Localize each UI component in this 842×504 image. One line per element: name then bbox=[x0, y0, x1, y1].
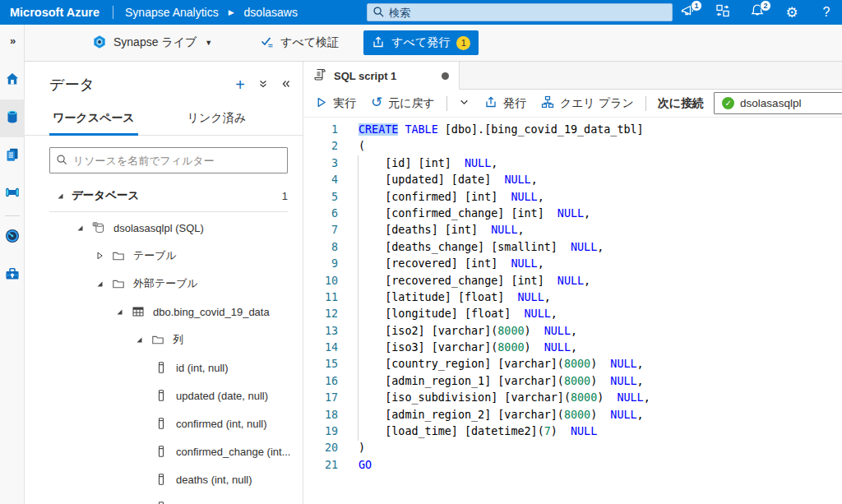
tree-item[interactable]: 列 bbox=[25, 326, 303, 354]
connection-ok-icon: ✓ bbox=[722, 97, 734, 109]
query-plan-button[interactable]: クエリ プラン bbox=[541, 95, 634, 111]
code-line[interactable]: 17 [iso_subdivision] [varchar](8000) NUL… bbox=[303, 390, 842, 406]
code-text: [iso2] [varchar](8000) NULL, bbox=[359, 323, 577, 340]
tree-item[interactable]: updated (date, null) bbox=[25, 381, 303, 409]
column-icon bbox=[155, 445, 168, 458]
tree-item[interactable]: confirmed_change (int... bbox=[25, 437, 303, 465]
caret-expanded-icon[interactable] bbox=[76, 224, 84, 232]
tree-item[interactable]: id (int, null) bbox=[25, 354, 303, 381]
databases-count: 1 bbox=[282, 190, 288, 202]
code-line[interactable]: 5 [confirmed] [int] NULL, bbox=[303, 189, 842, 206]
caret-collapsed-icon[interactable] bbox=[95, 252, 104, 260]
nav-home-button[interactable] bbox=[0, 62, 25, 99]
collapse-panel-button[interactable] bbox=[281, 77, 291, 92]
tree-item[interactable]: dsolasasqlpl (SQL) bbox=[25, 214, 303, 242]
home-icon bbox=[4, 71, 21, 90]
filter-search-icon bbox=[56, 154, 68, 169]
line-number: 1 bbox=[303, 122, 343, 138]
code-line[interactable]: 3 [id] [int] NULL, bbox=[303, 155, 842, 172]
documents-icon bbox=[4, 146, 21, 166]
tree-item-label: id (int, null) bbox=[176, 362, 229, 374]
connect-to-label: 次に接続 bbox=[658, 96, 704, 111]
code-line[interactable]: 19 [load_time] [datetime2](7) NULL bbox=[303, 423, 842, 440]
code-line[interactable]: 13 [iso2] [varchar](8000) NULL, bbox=[303, 323, 842, 340]
product-breadcrumb[interactable]: Synapse Analytics bbox=[125, 6, 219, 19]
left-nav-rail: » bbox=[0, 25, 25, 504]
code-line[interactable]: 15 [country_region] [varchar](8000) NULL… bbox=[303, 356, 842, 372]
global-search bbox=[367, 3, 673, 21]
code-line[interactable]: 18 [admin_region_2] [varchar](8000) NULL… bbox=[303, 407, 842, 423]
search-input[interactable] bbox=[367, 3, 673, 21]
editor-tab-strip: SQL script 1 bbox=[303, 62, 842, 90]
folder-icon bbox=[151, 333, 164, 346]
tree-item[interactable]: deaths (int, null) bbox=[25, 465, 303, 493]
connection-name: dsolasasqlpl bbox=[740, 97, 801, 109]
sql-script-tab[interactable]: SQL script 1 bbox=[303, 62, 460, 90]
sql-code-editor[interactable]: 1CREATE TABLE [dbo].[bing_covid_19_data_… bbox=[303, 118, 842, 504]
expand-rail-button[interactable]: » bbox=[10, 35, 14, 47]
code-line[interactable]: 2( bbox=[303, 138, 842, 155]
caret-expanded-icon[interactable] bbox=[115, 307, 123, 316]
tree-item[interactable]: 外部テーブル bbox=[25, 270, 303, 298]
resource-filter-input[interactable] bbox=[49, 147, 288, 173]
line-number: 2 bbox=[303, 138, 343, 155]
mode-selector[interactable]: Synapse ライブ ▼ bbox=[92, 35, 212, 52]
toolbar-separator bbox=[645, 96, 646, 111]
databases-section-header[interactable]: データベース 1 bbox=[25, 178, 303, 211]
help-button[interactable]: ? bbox=[817, 3, 835, 21]
tree-item[interactable]: deaths_change (smalli... bbox=[25, 493, 303, 504]
add-resource-button[interactable]: + bbox=[235, 76, 245, 93]
tab-workspace[interactable]: ワークスペース bbox=[49, 106, 138, 136]
announcements-button[interactable]: 1 bbox=[679, 3, 697, 21]
tree-item[interactable]: テーブル bbox=[25, 242, 303, 270]
nav-develop-button[interactable] bbox=[0, 137, 25, 175]
caret-expanded-icon[interactable] bbox=[135, 335, 143, 344]
run-button[interactable]: 実行 bbox=[315, 96, 356, 111]
code-line[interactable]: 6 [confirmed_change] [int] NULL, bbox=[303, 206, 842, 222]
code-text: [confirmed] [int] NULL, bbox=[359, 189, 544, 206]
code-text: [deaths_change] [smallint] NULL, bbox=[359, 239, 604, 256]
code-text: [longitude] [float] NULL, bbox=[359, 306, 557, 322]
code-line[interactable]: 8 [deaths_change] [smallint] NULL, bbox=[303, 239, 842, 256]
publish-all-button[interactable]: すべて発行 1 bbox=[363, 30, 479, 55]
code-line[interactable]: 4 [updated] [date] NULL, bbox=[303, 172, 842, 188]
line-number: 19 bbox=[303, 423, 343, 440]
workspace-breadcrumb[interactable]: dsolasaws bbox=[244, 6, 298, 19]
code-line[interactable]: 16 [admin_region_1] [varchar](8000) NULL… bbox=[303, 373, 842, 390]
code-line[interactable]: 14 [iso3] [varchar](8000) NULL, bbox=[303, 340, 842, 356]
validate-all-button[interactable]: すべて検証 bbox=[260, 35, 339, 52]
folder-icon bbox=[112, 277, 125, 290]
code-line[interactable]: 7 [deaths] [int] NULL, bbox=[303, 222, 842, 238]
collapse-all-button[interactable] bbox=[258, 77, 268, 92]
switch-workspace-button[interactable] bbox=[714, 3, 732, 21]
line-number: 12 bbox=[303, 306, 343, 322]
azure-top-bar: Microsoft Azure Synapse Analytics ▶ dsol… bbox=[0, 0, 842, 25]
column-icon bbox=[155, 361, 168, 374]
tab-linked[interactable]: リンク済み bbox=[184, 106, 249, 135]
code-text: [updated] [date] NULL, bbox=[359, 172, 538, 188]
undo-button[interactable]: ↺ 元に戻す bbox=[371, 96, 435, 111]
editor-toolbar: 実行 ↺ 元に戻す 発行 クエリ プラン 次に接続 bbox=[303, 90, 842, 118]
code-line[interactable]: 12 [longitude] [float] NULL, bbox=[303, 306, 842, 322]
code-line[interactable]: 10 [recovered_change] [int] NULL, bbox=[303, 273, 842, 289]
code-line[interactable]: 9 [recovered] [int] NULL, bbox=[303, 256, 842, 272]
nav-monitor-button[interactable] bbox=[0, 219, 25, 257]
tree-item[interactable]: dbo.bing_covid_19_data bbox=[25, 298, 303, 326]
brand-title[interactable]: Microsoft Azure bbox=[10, 6, 99, 19]
connection-dropdown[interactable]: ✓ dsolasasqlpl bbox=[714, 92, 842, 114]
settings-button[interactable]: ⚙ bbox=[783, 3, 801, 21]
synapse-logo-icon bbox=[92, 35, 107, 52]
nav-integrate-button[interactable] bbox=[0, 175, 25, 213]
caret-expanded-icon[interactable] bbox=[95, 280, 104, 288]
code-line[interactable]: 21GO bbox=[303, 457, 842, 474]
tree-item[interactable]: confirmed (int, null) bbox=[25, 409, 303, 437]
notifications-button[interactable]: 2 bbox=[748, 3, 766, 21]
publish-button[interactable]: 発行 bbox=[484, 95, 526, 111]
more-actions-button[interactable] bbox=[459, 97, 470, 110]
code-line[interactable]: 11 [latitude] [float] NULL, bbox=[303, 289, 842, 306]
nav-data-button[interactable] bbox=[0, 99, 25, 137]
code-line[interactable]: 1CREATE TABLE [dbo].[bing_covid_19_data_… bbox=[303, 122, 842, 138]
code-line[interactable]: 20) bbox=[303, 440, 842, 456]
code-text: [iso3] [varchar](8000) NULL, bbox=[359, 340, 577, 356]
nav-manage-button[interactable] bbox=[0, 257, 25, 294]
